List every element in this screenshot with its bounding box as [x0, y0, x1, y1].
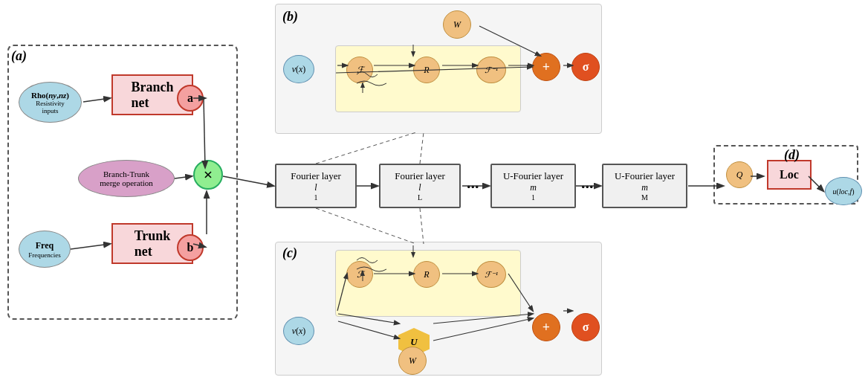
panel-a-label: (a) — [11, 48, 27, 64]
u-fourier-layer-M: U-Fourier layer mM — [602, 164, 687, 208]
fourier-layer-L: Fourier layer lL — [379, 164, 461, 208]
panel-b-vx: v(x) — [283, 55, 314, 83]
branch-trunk-ellipse: Branch-Trunkmerge operation — [78, 160, 175, 197]
svg-line-14 — [316, 132, 416, 164]
panel-b-F: ℱ — [346, 57, 373, 83]
svg-line-15 — [420, 132, 424, 164]
panel-b-R: R — [413, 57, 440, 83]
panel-d-label: (d) — [784, 147, 800, 163]
panel-d-Loc: Loc — [767, 160, 812, 190]
dots-1: ··· — [467, 177, 479, 196]
panel-b-plus: + — [532, 53, 560, 81]
panel-c-W: W — [398, 347, 427, 375]
diagram: (a) Rho(ny,nz) Resistivityinputs Freq Fr… — [0, 0, 868, 380]
panel-c: ℱ R ℱ⁻¹ v(x) U W + σ — [275, 242, 602, 376]
panel-b-label: (b) — [282, 9, 298, 25]
u-loc-f: u(loc,f) — [825, 177, 862, 205]
dots-2: ··· — [581, 177, 594, 196]
panel-c-label: (c) — [282, 245, 297, 261]
panel-c-plus: + — [532, 313, 560, 341]
multiply-circle: × — [193, 160, 223, 190]
fourier-layer-1: Fourier layer l1 — [275, 164, 357, 208]
panel-b: ℱ R ℱ⁻¹ W v(x) + σ — [275, 4, 602, 134]
output-circle-a: a — [177, 85, 204, 112]
panel-c-vx: v(x) — [283, 317, 314, 345]
svg-line-16 — [316, 208, 416, 244]
rho-ellipse: Rho(ny,nz) Resistivityinputs — [19, 82, 82, 123]
panel-b-Finv: ℱ⁻¹ — [476, 57, 506, 83]
panel-c-Finv: ℱ⁻¹ — [476, 261, 506, 288]
u-fourier-layer-1: U-Fourier layer m1 — [490, 164, 576, 208]
panel-c-F: ℱ — [346, 261, 373, 288]
output-circle-b: b — [177, 234, 204, 261]
panel-c-sigma: σ — [571, 313, 600, 341]
freq-ellipse: Freq Frequencies — [19, 231, 71, 268]
panel-d-Q: Q — [726, 161, 753, 188]
panel-b-W: W — [443, 10, 471, 39]
panel-b-sigma: σ — [571, 53, 600, 81]
panel-c-R: R — [413, 261, 440, 288]
svg-line-17 — [420, 208, 424, 244]
